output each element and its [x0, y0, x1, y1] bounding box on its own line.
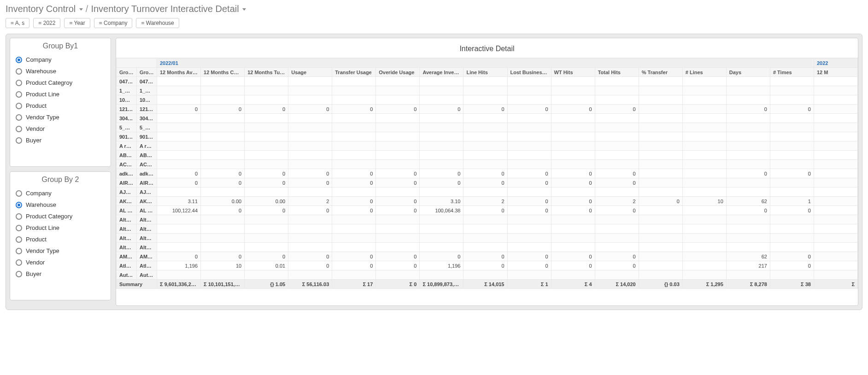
cell-value: 0 [245, 252, 288, 261]
table-row[interactable]: AKJ_WarehouseAKJ_Warehouse3.110.000.0020… [117, 197, 858, 206]
radio-option[interactable]: Company [10, 54, 111, 65]
radio-option[interactable]: Buyer [10, 268, 111, 280]
breadcrumb-parent[interactable]: Inventory Control [6, 4, 83, 14]
group-by-1-list[interactable]: CompanyWarehouseProduct CategroyProduct … [10, 53, 111, 166]
cell-value [201, 95, 245, 105]
cell-value [201, 86, 245, 95]
col-header[interactable]: # Lines [682, 68, 726, 77]
radio-option[interactable]: Vendor [10, 123, 111, 135]
table-row[interactable]: AL whseAL whse100,122.4400000100,064.380… [117, 206, 858, 215]
col-header[interactable]: Total Hits [595, 68, 639, 77]
filter-chip[interactable]: = A, s [6, 18, 29, 28]
col-header[interactable]: 12 M [814, 68, 857, 77]
table-row[interactable]: Alternate Warehous...Alternate Wareho... [117, 215, 858, 224]
table-row[interactable]: AIR INDIAAIR INDIA00000000000 [117, 178, 858, 188]
table-row[interactable]: 5_MC_PULL5_MC_PULL [117, 123, 858, 132]
radio-option[interactable]: Buyer [10, 135, 111, 146]
table-row[interactable]: 1212WareHouse1212WareHouse0000000000000 [117, 105, 858, 114]
col-header[interactable]: Usage [288, 68, 332, 77]
radio-option[interactable]: Product Category [10, 211, 111, 222]
detail-table-scroll[interactable]: 2022/012022Group By 1Group By 212 Months… [116, 58, 858, 305]
table-row[interactable]: AJ01_OEET_Wareho...AJ01_OEET_Ware... [117, 188, 858, 197]
col-header[interactable]: WT Hits [551, 68, 595, 77]
cell-value [420, 151, 463, 160]
cell-value [507, 95, 551, 105]
cell-value: 0 [463, 261, 507, 270]
radio-option[interactable]: Company [10, 188, 111, 199]
cell-value [639, 234, 682, 243]
col-header[interactable]: 12 Months COGS [201, 68, 245, 77]
cell-value [595, 77, 639, 86]
col-header[interactable]: Lost Business Hits [507, 68, 551, 77]
group-by-2-list[interactable]: CompanyWarehouseProduct CategoryProduct … [10, 187, 111, 300]
table-row[interactable]: 304ware304ware [117, 114, 858, 123]
cell-value [814, 261, 857, 270]
cell-value [551, 141, 595, 151]
cell-value: 0 [551, 252, 595, 261]
cell-value [726, 243, 770, 252]
filter-chip[interactable]: = Company [94, 18, 133, 28]
table-row[interactable]: ACHMACHM [117, 160, 858, 169]
radio-option[interactable]: Product [10, 234, 111, 245]
table-row[interactable]: adk storesadk stores0000000000000 [117, 169, 858, 178]
col-header[interactable]: 12 Months Avg In... [157, 68, 201, 77]
radio-option[interactable]: Vendor Type [10, 245, 111, 257]
table-row[interactable]: 047 LOCKE SUPPLY-...047 LOCKE SUPPL... [117, 77, 858, 86]
col-header[interactable]: Group By 2 [137, 68, 157, 77]
cell-value: 0.00 [201, 197, 245, 206]
cell-value [770, 86, 814, 95]
radio-icon [16, 236, 22, 243]
radio-option[interactable]: Vendor Type [10, 111, 111, 123]
filter-chip[interactable]: = Year [64, 18, 90, 28]
cell-value [463, 77, 507, 86]
radio-option[interactable]: Product Line [10, 222, 111, 234]
col-header[interactable]: Average Inventory [420, 68, 463, 77]
table-row[interactable]: AML Test WarehouseAML Test Wareho...0000… [117, 252, 858, 261]
cell-value [201, 188, 245, 197]
col-header[interactable]: 12 Months Turns [245, 68, 288, 77]
col-header[interactable]: # Times [770, 68, 814, 77]
col-header[interactable]: Line Hits [463, 68, 507, 77]
filter-chip[interactable]: = Warehouse [136, 18, 179, 28]
table-row[interactable]: Alternate Warehous...Alternate Wareho... [117, 224, 858, 234]
col-header[interactable]: Group By 1 [117, 68, 137, 77]
table-row[interactable]: A really really big w...A really really … [117, 141, 858, 151]
cell-value: 0 [201, 178, 245, 188]
period-header[interactable]: 2022/01 [157, 59, 814, 68]
table-row[interactable]: Alternate Whse test ...Alternate Whse te… [117, 243, 858, 252]
period-header-2[interactable]: 2022 [814, 59, 857, 68]
cell-value [376, 224, 420, 234]
table-row[interactable]: 1_MID coast1_MID coast [117, 86, 858, 95]
cell-group2: Automation Ware... [137, 270, 157, 280]
summary-cell: {} 1.05 [245, 280, 288, 289]
col-header[interactable]: Transfer Usage [332, 68, 376, 77]
col-header[interactable]: % Transfer [639, 68, 682, 77]
summary-cell: Σ 9,601,336,252.99 [157, 280, 201, 289]
radio-icon [16, 259, 22, 266]
table-row[interactable]: 901 LOCKE SUPLY901 LOCKE SUPLY [117, 132, 858, 141]
summary-cell: Σ 8,278 [726, 280, 770, 289]
cell-value [507, 77, 551, 86]
filter-chip[interactable]: = 2022 [33, 18, 60, 28]
cell-value [245, 234, 288, 243]
cell-value [420, 215, 463, 224]
radio-option[interactable]: Warehouse [10, 65, 111, 77]
table-row[interactable]: Alternate Whse Test...Alternate Whse T..… [117, 234, 858, 243]
table-row[interactable]: ABCDTestABCDTest [117, 151, 858, 160]
radio-option[interactable]: Product [10, 100, 111, 111]
breadcrumb-current[interactable]: Inventory Turnover Interactive Detail [91, 4, 246, 14]
cell-value [245, 141, 288, 151]
cell-value [507, 234, 551, 243]
radio-option[interactable]: Warehouse [10, 199, 111, 211]
table-row[interactable]: Atlanta WarehouseAtlanta Warehouse1,1961… [117, 261, 858, 270]
cell-group1: ABCDTest [117, 151, 137, 160]
col-header[interactable]: Overide Usage [376, 68, 420, 77]
table-row[interactable]: 10B Warehouse10B Warehouse [117, 95, 858, 105]
cell-group1: 1_MID coast [117, 86, 137, 95]
radio-option[interactable]: Vendor [10, 257, 111, 268]
cell-value [507, 151, 551, 160]
table-row[interactable]: Automation Wareho...Automation Ware... [117, 270, 858, 280]
radio-option[interactable]: Product Line [10, 88, 111, 100]
radio-option[interactable]: Product Categroy [10, 77, 111, 88]
col-header[interactable]: Days [726, 68, 770, 77]
